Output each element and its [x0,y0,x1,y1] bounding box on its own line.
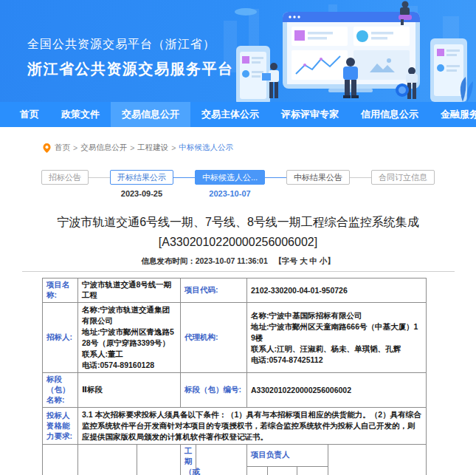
step-winning-result-wrap: 中标结果公告 [286,170,350,185]
header-manager-cert: 相关证书名称及编号 [268,466,297,475]
tenderer-contact: 联系人:董工 [82,349,176,360]
candidates-header-row: 中标候选人排序 投标人 投标报价 工期（或服务期、交货期） 质量承诺 项目负责人… [43,445,427,467]
step-tender-announcement[interactable]: 招标公告 [41,170,89,185]
section-code-value: A3302010220000256006002 [247,373,427,408]
header-bidder: 投标人 [78,445,137,475]
article-title: 宁波市轨道交通6号线一期、7号线、8号线一期工程综合监控系统集成 [A33020… [0,215,476,249]
step-connector [173,177,195,178]
qualification-requirements-value: 3.1 本次招标要求投标人须具备以下条件：（1）具有与本招标项目相应的供货能力。… [78,408,427,445]
header-manager-performance: 个人业绩 [297,466,328,475]
section-name-value: Ⅱ标段 [78,373,181,408]
announcement-table: 项目名称: 宁波市轨道交通8号线一期工程 项目代码: 2102-330200-0… [42,278,427,475]
project-name-value: 宁波市轨道交通8号线一期工程 [78,278,181,303]
agency-contact: 联系人:江明、汪淑莉、杨未、单琪韬、孔辉 [251,344,422,355]
title-divider [22,271,455,272]
nav-financial-services[interactable]: 金融服务 [430,102,476,127]
step-connector [89,177,110,178]
step-connector [265,177,286,178]
article-title-line1: 宁波市轨道交通6号线一期、7号线、8号线一期工程综合监控系统集成 [0,215,476,230]
header-quality: 质量承诺 [196,445,247,475]
agency-name: 名称:宁波中基国际招标有限公司 [251,310,422,321]
step-contract-wrap: 合同订立信息 [371,170,435,185]
breadcrumb-engineering[interactable]: 工程建设 [137,143,168,153]
step-winning-candidates[interactable]: 中标候选人公... [195,170,265,185]
step-bid-opening-wrap: 开标结果公示 2023-09-25 [110,170,173,185]
project-code-label: 项目代码: [181,278,247,303]
table-row: 投标人资格能力要求: 3.1 本次招标要求投标人须具备以下条件：（1）具有与本招… [43,408,427,445]
site-title-block: 全国公共资源交易平台（浙江省） 浙江省公共资源交易服务平台 [27,37,234,79]
step-bid-opening-result[interactable]: 开标结果公示 [110,170,173,185]
header-manager-name: 姓名 [247,466,268,475]
step-candidates-date: 2023-10-07 [209,189,250,198]
breadcrumb-home[interactable]: 首页 [55,143,70,153]
nav-evaluation-experts[interactable]: 评标评审专家 [270,102,350,127]
main-nav: 首页 政策文件 交易信息公开 交易主体公示 评标评审专家 信用信息公示 金融服务… [0,102,476,127]
announcement-table-wrap: 项目名称: 宁波市轨道交通8号线一期工程 项目代码: 2102-330200-0… [42,278,426,475]
breadcrumb-separator: > [130,143,134,152]
location-pin-icon [43,143,51,153]
tenderer-value: 名称:宁波市轨道交通集团有限公司 地址:宁波市鄞州区青逸路528号（原宁穿路33… [78,303,181,373]
fontsize-large-button[interactable]: 大 [300,256,308,265]
header-project-manager: 项目负责人 [247,445,328,467]
publish-info: 信息发布时间：2023-10-07 11:36:01 【字号 大 中 小】 [0,256,476,267]
process-steps: 招标公告 开标结果公示 2023-09-25 中标候选人公... 2023-10… [0,169,476,185]
nav-credit-info[interactable]: 信用信息公示 [350,102,430,127]
site-banner: 全国公共资源交易平台（浙江省） 浙江省公共资源交易服务平台 [0,0,476,102]
tenderer-name: 名称:宁波市轨道交通集团有限公司 [82,304,176,327]
agency-address: 地址:宁波市鄞州区天童南路666号（中基大厦）19楼 [251,321,422,344]
step-contract-info[interactable]: 合同订立信息 [371,170,435,185]
agency-phone: 电话:0574-87425112 [251,355,422,366]
qualification-requirements-label: 投标人资格能力要求: [43,408,78,445]
fontsize-medium-button[interactable]: 中 [309,256,317,265]
section-name-label: 标段（包）名称: [43,373,78,408]
header-price: 投标报价 [137,445,181,475]
tenderer-label: 招标人: [43,303,78,373]
fontsize-label-close: 】 [327,256,335,265]
banner-illustration [218,0,476,102]
breadcrumb: 首页 > 交易信息公开 > 工程建设 > 中标候选人公示 [43,143,476,153]
step-connector [350,177,371,178]
fontsize-label: 【字号 [275,256,298,265]
tenderer-phone: 电话:0574-89160128 [82,360,176,371]
agency-label: 代理机构: [181,303,247,373]
step-tender-announcement-wrap: 招标公告 [41,170,89,185]
project-code-value: 2102-330200-04-01-950726 [247,278,427,303]
publish-time-value: 2023-10-07 11:36:01 [196,256,268,265]
step-bid-opening-date: 2023-09-25 [121,189,162,198]
nav-trade-subject-publicity[interactable]: 交易主体公示 [190,102,270,127]
provincial-platform-title: 浙江省公共资源交易服务平台 [27,59,234,79]
agency-value: 名称:宁波中基国际招标有限公司 地址:宁波市鄞州区天童南路666号（中基大厦）1… [247,303,427,373]
publish-time-label: 信息发布时间： [141,256,196,265]
table-row: 标段（包）名称: Ⅱ标段 标段（包）编号: A33020102200002560… [43,373,427,408]
section-code-label: 标段（包）编号: [181,373,247,408]
breadcrumb-separator: > [73,143,77,152]
header-duration: 工期（或服务期、交货期） [181,445,196,475]
nav-policy-documents[interactable]: 政策文件 [50,102,111,127]
breadcrumb-current-candidates[interactable]: 中标候选人公示 [179,143,233,153]
breadcrumb-trade-info[interactable]: 交易信息公开 [80,143,127,153]
nav-trade-info-disclosure[interactable]: 交易信息公开 [111,102,190,127]
tenderer-address: 地址:宁波市鄞州区青逸路528号（原宁穿路3399号） [82,327,176,349]
nav-home[interactable]: 首页 [9,102,50,127]
step-candidates-wrap: 中标候选人公... 2023-10-07 [195,170,265,185]
project-name-label: 项目名称: [43,278,78,303]
table-row: 招标人: 名称:宁波市轨道交通集团有限公司 地址:宁波市鄞州区青逸路528号（原… [43,303,427,373]
header-rank: 中标候选人排序 [43,445,78,475]
fontsize-small-button[interactable]: 小 [320,256,328,265]
table-row: 项目名称: 宁波市轨道交通8号线一期工程 项目代码: 2102-330200-0… [43,278,427,303]
national-platform-title: 全国公共资源交易平台（浙江省） [27,37,234,52]
article-title-line2: [A3302010220000256006002] [0,236,476,249]
header-qualification: 中标候选人响应招标文件的资格能力条件 [328,445,427,475]
step-winning-result[interactable]: 中标结果公告 [286,170,350,185]
breadcrumb-separator: > [171,143,176,152]
